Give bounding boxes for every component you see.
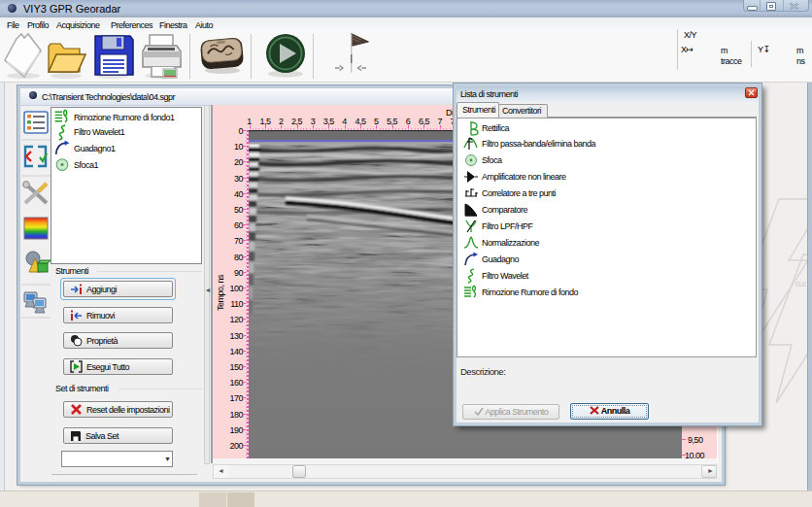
svg-text:ELE: ELE xyxy=(795,281,807,287)
